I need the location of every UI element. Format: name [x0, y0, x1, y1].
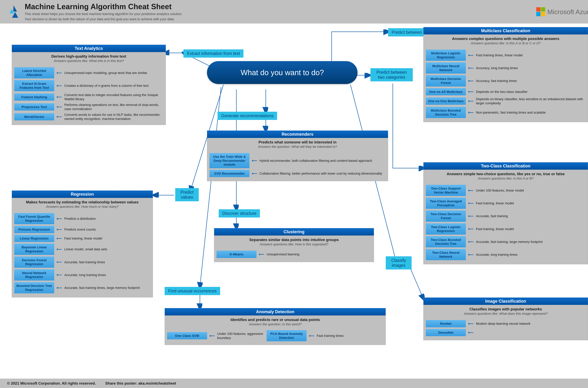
branch-unusual: Find unusual occurrences: [165, 287, 220, 295]
algo-name: Multiclass Boosted Decision Tree: [426, 107, 466, 118]
algo-desc: Non-parametric, fast training times and …: [476, 110, 586, 115]
header-line1: This cheat sheet helps you choose the be…: [25, 12, 183, 16]
algo-name: Boosted Decision Tree Regression: [14, 282, 54, 293]
arrow-left-icon: ⟵: [57, 217, 62, 221]
cat-sub: Derives high-quality information from te…: [12, 52, 166, 59]
cat-sub: Classifies images with popular networks: [423, 305, 588, 312]
algo-name: Feature Hashing: [14, 94, 54, 101]
algo-name: Linear Regression: [14, 235, 54, 242]
algorithm-row: Multiclass Logistic Regression⟵Fast trai…: [426, 50, 586, 61]
header-line2: Your decision is driven by both the natu…: [25, 17, 183, 21]
algo-name: Preprocess Text: [14, 103, 54, 111]
algorithm-row: DenseNet⟵: [426, 329, 586, 336]
algorithm-row: Two-Class Support Vector Machine⟵Under 1…: [426, 185, 586, 196]
algorithm-row: Two-Class Decision Forest⟵Accurate, fast…: [426, 211, 586, 222]
algorithm-row: Multiclass Boosted Decision Tree⟵Non-par…: [426, 107, 586, 118]
algorithm-row: Extract N-Gram Features from Text⟵Create…: [14, 80, 163, 91]
branch-recommend: Generate recommendations: [218, 112, 277, 120]
arrow-left-icon: ⟵: [57, 71, 62, 75]
cat-sub: Separates similar data points into intui…: [214, 236, 374, 242]
algo-desc: Fast training times: [317, 334, 364, 338]
algo-name: Extract N-Gram Features from Text: [14, 80, 54, 91]
algo-name: Two-Class Support Vector Machine: [426, 185, 466, 196]
branch-classify-images: Classify images: [386, 256, 412, 269]
algo-name: Decision Forest Regression: [14, 257, 54, 268]
cat-header: Anomaly Detection: [165, 308, 386, 315]
algorithm-row: Multiclass Neural Network⟵Accuracy, long…: [426, 62, 586, 73]
algo-name: One Class SVM: [167, 332, 207, 340]
algo-name: Multiclass Neural Network: [426, 62, 466, 73]
cat-sub: Predicts what someone will be interested…: [207, 138, 388, 145]
cat-q: Answers questions like: What info is in …: [12, 59, 166, 64]
algo-name: Word2Vector: [14, 113, 54, 121]
algorithm-row: K-Means⟵Unsupervised learning: [217, 251, 371, 258]
page-title: Machine Learning Algorithm Cheat Sheet: [25, 2, 183, 11]
cat-q: Answers questions like: Is this A or B?: [423, 177, 588, 182]
arrow-left-icon: ⟵: [468, 110, 474, 115]
branch-twoclass: Predict between two categories: [370, 68, 413, 81]
algorithm-row: Linear Regression⟵Fast training, linear …: [14, 235, 150, 242]
algo-desc: Converts text data to integer encoded fe…: [64, 93, 163, 101]
cat-header: Two-Class Classification: [423, 162, 588, 170]
box-text-analytics: Text Analytics Derives high-quality info…: [12, 45, 166, 125]
algo-desc: Depends on binary classifier, less sensi…: [476, 97, 586, 105]
cat-sub: Answers complex questions with multiple …: [423, 34, 588, 41]
branch-predict-values: Predict values: [175, 188, 199, 201]
arrow-left-icon: ⟵: [468, 201, 474, 206]
arrow-left-icon: ⟵: [209, 334, 215, 338]
algo-desc: Accuracy, long training times: [476, 66, 586, 70]
box-recommenders: Recommenders Predicts what someone will …: [207, 130, 388, 181]
algo-desc: Fast training times, linear model: [476, 53, 586, 57]
algorithm-row: Neural Network Regression⟵Accurate, long…: [14, 269, 150, 281]
algo-name: One-vs-One Multiclass: [426, 97, 466, 105]
algo-desc: Accurate, fast training times, large mem…: [64, 286, 150, 290]
items: Fast Forest Quantile Regression⟵Predicts…: [12, 210, 153, 297]
arrow-left-icon: ⟵: [468, 188, 474, 193]
cat-sub: Makes forecasts by estimating the relati…: [12, 198, 153, 205]
items: Latent Dirichlet Allocation⟵Unsupervised…: [12, 64, 166, 125]
algo-desc: Under 100 features, linear model: [476, 188, 586, 193]
algo-desc: Collaborative filtering, better performa…: [260, 171, 386, 175]
algo-desc: Unsupervised topic modeling, group texts…: [64, 71, 163, 75]
algo-name: DenseNet: [426, 329, 466, 336]
algo-desc: Unsupervised learning: [267, 252, 371, 256]
algo-desc: Accuracy, fast training times: [476, 79, 586, 83]
algorithm-row: Two-Class Boosted Decision Tree⟵Accurate…: [426, 236, 586, 247]
algo-name: Two-Class Decision Forest: [426, 211, 466, 222]
arrow-left-icon: ⟵: [468, 90, 474, 94]
arrow-left-icon: ⟵: [57, 95, 62, 99]
arrow-left-icon: ⟵: [57, 236, 62, 241]
cat-sub: Identifies and predicts rare or unusual …: [165, 315, 386, 322]
algo-name: ResNet: [426, 320, 466, 327]
cat-q: Answers the question: What will they be …: [207, 145, 388, 150]
algo-desc: Fast training, linear model: [476, 227, 586, 231]
arrow-left-icon: ⟵: [468, 214, 474, 218]
algorithm-row: Two-Class Averaged Perceptron⟵Fast train…: [426, 198, 586, 209]
arrow-left-icon: ⟵: [468, 240, 474, 244]
algo-desc: Accurate, long training times: [64, 273, 150, 277]
algo-desc: Linear model, small data sets: [64, 247, 150, 251]
algo-desc: Accurate, fast training times: [64, 260, 150, 264]
algo-name: Fast Forest Quantile Regression: [14, 213, 54, 224]
header-text: Machine Learning Algorithm Cheat Sheet T…: [25, 2, 183, 21]
arrow-left-icon: ⟵: [468, 66, 474, 70]
algo-name: Use the Train Wide & Deep Recommender mo…: [209, 153, 249, 168]
cat-header: Text Analytics: [12, 45, 166, 52]
arrow-left-icon: ⟵: [309, 334, 314, 338]
cat-q: Answers questions like: How much or how …: [12, 205, 153, 210]
arrow-left-icon: ⟵: [259, 252, 264, 257]
arrow-left-icon: ⟵: [57, 247, 62, 251]
box-twoclass: Two-Class Classification Answers simple …: [423, 162, 588, 264]
azure-logo-icon: [7, 5, 21, 19]
arrow-left-icon: ⟵: [57, 273, 62, 277]
arrow-left-icon: ⟵: [468, 53, 474, 57]
algo-name: PCA-Based Anomaly Detection: [267, 330, 307, 341]
arrow-left-icon: ⟵: [57, 227, 62, 232]
items: Use the Train Wide & Deep Recommender mo…: [207, 150, 388, 181]
algo-desc: Fast training, linear model: [64, 236, 150, 241]
algo-desc: Hybrid recommender, both collaborative f…: [260, 159, 386, 163]
arrow-left-icon: ⟵: [252, 171, 257, 176]
algorithm-row: Decision Forest Regression⟵Accurate, fas…: [14, 257, 150, 268]
algo-name: Multiclass Logistic Regression: [426, 50, 466, 61]
footer: © 2021 Microsoft Corporation. All rights…: [0, 379, 588, 388]
